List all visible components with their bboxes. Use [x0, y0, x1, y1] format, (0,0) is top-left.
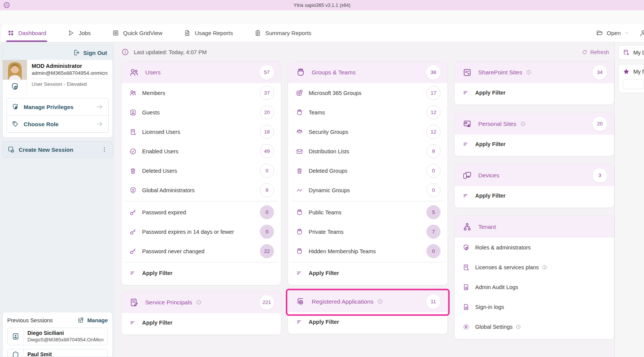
- row-deleted-users[interactable]: Deleted Users 0: [122, 161, 281, 180]
- service-principals-apply-filter-button[interactable]: Apply Filter: [122, 313, 281, 332]
- security-groups-icon: [296, 128, 303, 136]
- filter-icon: [462, 192, 470, 199]
- row-signin-logs[interactable]: Sign-in logs: [455, 297, 614, 317]
- app-logo-icon: [3, 2, 10, 9]
- row-guests[interactable]: Guests 20: [122, 103, 281, 122]
- sharepoint-sites-count-badge: 34: [593, 65, 607, 80]
- groups-teams-card-header[interactable]: Groups & Teams 38: [288, 61, 447, 83]
- enabled-count-badge: 49: [260, 144, 274, 158]
- row-m365-groups[interactable]: Microsoft 365 Groups 17: [288, 83, 447, 103]
- shield-check-icon: [10, 82, 19, 91]
- refresh-icon: [582, 49, 588, 55]
- signout-row: Sign Out: [3, 45, 112, 60]
- row-enabled-users[interactable]: Enabled Users 49: [122, 142, 281, 161]
- row-dynamic-groups[interactable]: Dynamic Groups 0: [288, 180, 447, 200]
- users-card-header[interactable]: Users 57: [122, 61, 281, 83]
- row-global-settings[interactable]: Global Settings: [455, 317, 614, 337]
- previous-sessions-title: Previous Sessions: [7, 317, 53, 323]
- row-teams[interactable]: Teams 12: [288, 103, 447, 122]
- registered-applications-icon: [296, 297, 306, 307]
- registered-applications-apply-filter-button[interactable]: Apply Filter: [288, 312, 447, 331]
- row-distribution-lists[interactable]: Distribution Lists 9: [288, 142, 447, 161]
- personal-sites-apply-filter-button[interactable]: Apply Filter: [455, 135, 614, 154]
- row-members[interactable]: Members 37: [122, 83, 281, 103]
- gridview-icon: [112, 29, 119, 37]
- registered-applications-card: Registered Applications 11 Apply Filter: [288, 290, 448, 334]
- arrow-right-icon: [95, 120, 104, 128]
- info-icon[interactable]: [121, 48, 129, 56]
- private-teams-count-badge: 7: [426, 225, 441, 239]
- registered-applications-card-header[interactable]: Registered Applications 11: [288, 291, 447, 312]
- guest-icon: [129, 109, 137, 116]
- previous-session-item[interactable]: Diego Siciliani DiegoS@M365x88704954.OnM…: [7, 328, 108, 345]
- manage-privileges-button[interactable]: Manage Privileges: [7, 98, 108, 115]
- tab-dashboard[interactable]: Dashboard: [7, 24, 46, 42]
- shield-lock-icon: [11, 103, 19, 111]
- user-avatar-column: [3, 60, 27, 94]
- row-deleted-groups[interactable]: Deleted Groups 0: [288, 161, 447, 180]
- dashboard-main: Last updated: Today, 4:07 PM Refresh Use…: [115, 42, 614, 357]
- row-admin-audit-logs[interactable]: Admin Audit Logs: [455, 277, 614, 297]
- kebab-menu-icon[interactable]: [101, 146, 108, 153]
- tab-jobs[interactable]: Jobs: [67, 24, 91, 42]
- personal-sites-card-header[interactable]: Personal Sites 20: [455, 113, 614, 135]
- account-icon[interactable]: [639, 29, 644, 37]
- dashboard-icon: [7, 29, 14, 37]
- doc-chart-icon: [462, 303, 470, 311]
- my-data-card[interactable]: My D: [618, 45, 644, 60]
- personal-sites-card: Personal Sites 20 Apply Filter: [454, 113, 614, 156]
- tenant-icon: [462, 222, 472, 232]
- my-data-label: My D: [633, 50, 644, 56]
- info-icon[interactable]: [520, 121, 526, 127]
- row-password-expired[interactable]: Password expired 0: [122, 203, 281, 222]
- row-roles-administrators[interactable]: Roles & administrators: [455, 238, 614, 257]
- previous-session-item[interactable]: Paul Smit: [7, 349, 108, 357]
- doc-chart-icon: [462, 283, 470, 291]
- row-password-expires-soon[interactable]: Password expires in 14 days or fewer 0: [122, 222, 281, 241]
- tab-quick-gridview[interactable]: Quick GridView: [112, 24, 162, 42]
- teams-count-badge: 12: [426, 105, 441, 119]
- info-icon[interactable]: [542, 265, 547, 270]
- manage-sessions-button[interactable]: Manage: [77, 317, 108, 324]
- sharepoint-apply-filter-button[interactable]: Apply Filter: [455, 83, 614, 102]
- my-favorites-card[interactable]: My f: [618, 64, 644, 93]
- status-row: Last updated: Today, 4:07 PM Refresh: [115, 42, 614, 61]
- users-apply-filter-button[interactable]: Apply Filter: [122, 264, 281, 283]
- teams-icon: [296, 209, 303, 216]
- my-favorites-label: My f: [633, 69, 644, 75]
- folder-open-icon: [596, 29, 603, 37]
- info-icon[interactable]: [516, 324, 521, 330]
- open-button[interactable]: Open: [596, 29, 629, 37]
- tenant-card-header[interactable]: Tenant: [455, 216, 614, 238]
- create-new-session-button[interactable]: Create New Session: [2, 142, 113, 158]
- session-actions: Manage Privileges Choose Role: [3, 94, 112, 137]
- service-principals-card: Service Principals 221 Apply Filter: [121, 291, 281, 335]
- choose-role-button[interactable]: Choose Role: [7, 115, 108, 132]
- row-password-never-changed[interactable]: Password never changed 22: [122, 241, 281, 261]
- sharepoint-sites-card-header[interactable]: SharePoint Sites 34: [455, 61, 614, 83]
- devices-card-header[interactable]: Devices 3: [455, 164, 614, 186]
- tab-usage-reports-label: Usage Reports: [195, 30, 233, 36]
- service-principals-card-header[interactable]: Service Principals 221: [122, 291, 281, 313]
- info-icon[interactable]: [377, 299, 383, 304]
- row-security-groups[interactable]: Security Groups 12: [288, 122, 447, 142]
- favorites-input[interactable]: [623, 79, 644, 89]
- info-icon[interactable]: [526, 69, 532, 75]
- row-hidden-membership-teams[interactable]: Hidden Membership Teams 0: [288, 241, 447, 261]
- filter-icon: [129, 319, 137, 326]
- row-private-teams[interactable]: Private Teams 7: [288, 222, 447, 241]
- current-session-card: Sign Out MOD Administrator admin: [2, 45, 113, 138]
- row-licenses-service-plans[interactable]: Licenses & services plans: [455, 257, 614, 277]
- info-icon[interactable]: [196, 299, 202, 305]
- row-global-administrators[interactable]: Global Administrators 9: [122, 180, 281, 200]
- deleted-users-count-badge: 0: [260, 164, 274, 178]
- sign-out-button[interactable]: Sign Out: [73, 49, 107, 56]
- tab-usage-reports[interactable]: Usage Reports: [184, 24, 233, 42]
- refresh-button[interactable]: Refresh: [582, 49, 609, 55]
- groups-apply-filter-button[interactable]: Apply Filter: [288, 264, 447, 283]
- row-licensed-users[interactable]: Licensed Users 18: [122, 122, 281, 142]
- devices-apply-filter-button[interactable]: Apply Filter: [455, 186, 614, 205]
- row-public-teams[interactable]: Public Teams 5: [288, 203, 447, 222]
- tab-summary-reports[interactable]: Summary Reports: [254, 24, 311, 42]
- service-principals-title: Service Principals: [145, 299, 192, 306]
